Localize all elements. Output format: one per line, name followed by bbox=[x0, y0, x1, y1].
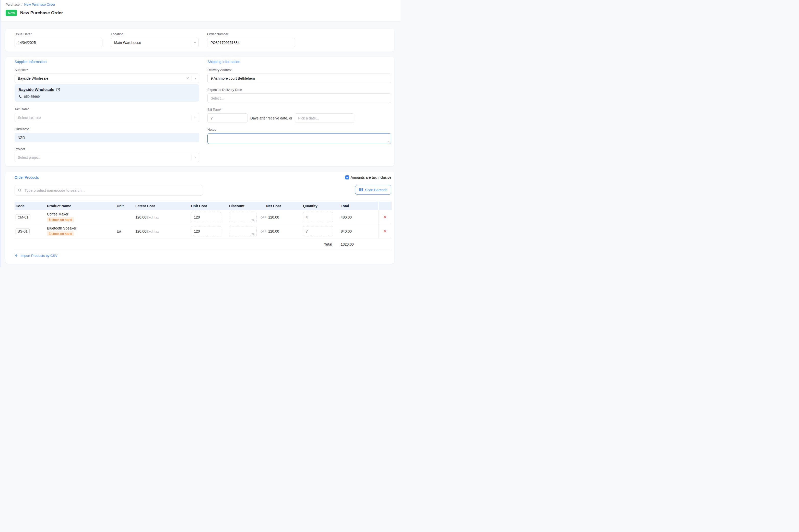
delivery-address-group: Delivery Address bbox=[207, 68, 391, 83]
project-placeholder: Select project bbox=[18, 155, 191, 159]
order-number-group: Order Number bbox=[207, 32, 295, 47]
notes-group: Notes bbox=[207, 128, 391, 145]
products-table: Code Product Name Unit Latest Cost Unit … bbox=[15, 202, 392, 250]
location-group: Location Main Warehouse bbox=[111, 32, 199, 47]
supplier-shipping-card: Supplier Information Supplier* Bayside W… bbox=[5, 57, 394, 166]
page-title: New Purchase Order bbox=[20, 11, 63, 16]
col-header-quantity: Quantity bbox=[297, 204, 335, 208]
supplier-value: Bayside Wholesale bbox=[18, 76, 184, 80]
scan-barcode-button[interactable]: Scan Barcode bbox=[355, 185, 391, 194]
percent-suffix: % bbox=[252, 232, 255, 236]
phone-icon bbox=[18, 95, 22, 98]
import-csv-link[interactable]: Import Products by CSV bbox=[15, 254, 57, 258]
tax-rate-label: Tax Rate* bbox=[15, 107, 199, 111]
shipping-column: Shipping Information Delivery Address Ex… bbox=[207, 59, 391, 162]
currency-label: Currency* bbox=[15, 127, 199, 131]
import-csv-label: Import Products by CSV bbox=[20, 254, 57, 258]
status-badge: New bbox=[6, 10, 17, 16]
chevron-down-icon[interactable] bbox=[191, 41, 199, 44]
search-icon bbox=[18, 188, 22, 192]
order-details-card: Issue Date* Location Main Warehouse Orde… bbox=[5, 28, 394, 52]
chevron-down-icon[interactable] bbox=[192, 156, 199, 159]
breadcrumb-purchase[interactable]: Purchase bbox=[6, 3, 20, 6]
bill-term-suffix: Days after receive date, or bbox=[250, 116, 293, 120]
row-total: 840.00 bbox=[335, 229, 378, 233]
col-header-actions bbox=[378, 202, 392, 210]
clear-icon[interactable]: ✕ bbox=[184, 76, 191, 81]
col-header-discount: Discount bbox=[223, 204, 259, 208]
tax-inclusive-label: Amounts are tax inclusive bbox=[351, 175, 391, 179]
currency-group: Currency* NZD bbox=[15, 127, 199, 142]
delete-row-icon[interactable]: ✕ bbox=[383, 229, 387, 233]
product-unit: Ea bbox=[116, 229, 135, 233]
external-link-icon[interactable] bbox=[56, 88, 60, 92]
col-header-code: Code bbox=[15, 204, 44, 208]
product-name: Coffee Maker bbox=[47, 212, 116, 216]
breadcrumb-current[interactable]: New Purchase Order bbox=[24, 3, 55, 6]
tax-inclusive-toggle[interactable]: Amounts are tax inclusive bbox=[345, 175, 391, 179]
supplier-select[interactable]: Bayside Wholesale ✕ bbox=[15, 74, 199, 83]
supplier-name: Bayside Wholesale bbox=[18, 87, 54, 92]
checkbox-checked-icon[interactable] bbox=[345, 175, 349, 179]
bill-term-days-input[interactable] bbox=[207, 113, 248, 123]
col-header-product-name: Product Name bbox=[44, 204, 116, 208]
product-code: CM-01 bbox=[16, 214, 31, 220]
unit-cost-input[interactable] bbox=[191, 226, 221, 236]
table-row: BS-01 Bluetooth Speaker 3 stock on hand … bbox=[15, 224, 392, 239]
currency-field: NZD bbox=[15, 133, 199, 142]
tax-rate-placeholder: Select tax rate bbox=[18, 116, 191, 120]
shipping-section-title: Shipping Information bbox=[207, 59, 391, 64]
tax-rate-select[interactable]: Select tax rate bbox=[15, 113, 199, 122]
expected-delivery-date-label: Expected Delivery Date bbox=[207, 88, 391, 92]
col-header-latest-cost: Latest Cost bbox=[135, 204, 185, 208]
supplier-info-panel: Bayside Wholesale 850 55669 bbox=[15, 84, 199, 101]
unit-cost-input[interactable] bbox=[191, 212, 221, 222]
issue-date-input[interactable] bbox=[15, 38, 103, 47]
bill-term-label: Bill Term* bbox=[207, 108, 391, 112]
supplier-profile-link[interactable]: Bayside Wholesale bbox=[18, 87, 60, 92]
tax-suffix: Excl. tax bbox=[146, 215, 159, 219]
delivery-address-input[interactable] bbox=[207, 74, 391, 83]
supplier-section-title: Supplier Information bbox=[15, 59, 199, 64]
delete-row-icon[interactable]: ✕ bbox=[383, 215, 387, 220]
location-value: Main Warehouse bbox=[114, 41, 191, 45]
bill-term-date-input[interactable] bbox=[295, 113, 354, 123]
supplier-phone-number: 850 55669 bbox=[24, 95, 40, 98]
sidebar-edge bbox=[0, 0, 1, 267]
stock-on-hand-badge: 3 stock on hand bbox=[47, 231, 74, 236]
percent-suffix: % bbox=[252, 218, 255, 222]
off-label: OFF bbox=[261, 216, 266, 219]
upload-icon bbox=[15, 254, 18, 258]
issue-date-label: Issue Date* bbox=[15, 32, 103, 36]
products-section-title: Order Products bbox=[15, 175, 39, 180]
latest-cost: 120.00Excl. tax bbox=[135, 215, 185, 219]
breadcrumb: Purchase / New Purchase Order bbox=[6, 2, 394, 6]
order-products-card: Order Products Amounts are tax inclusive… bbox=[5, 172, 394, 264]
project-group: Project Select project bbox=[15, 147, 199, 162]
net-cost: OFF120.00 bbox=[259, 229, 297, 233]
table-row: CM-01 Coffee Maker 6 stock on hand 120.0… bbox=[15, 210, 392, 224]
notes-textarea[interactable] bbox=[207, 133, 391, 144]
chevron-down-icon[interactable] bbox=[192, 77, 199, 80]
location-select[interactable]: Main Warehouse bbox=[111, 38, 199, 47]
product-search-input[interactable] bbox=[15, 185, 203, 195]
supplier-group: Supplier* Bayside Wholesale ✕ bbox=[15, 68, 199, 83]
expected-delivery-date-input[interactable] bbox=[207, 93, 391, 103]
col-header-total: Total bbox=[335, 204, 378, 208]
col-header-net-cost: Net Cost bbox=[259, 204, 297, 208]
latest-cost: 120.00Excl. tax bbox=[135, 229, 185, 233]
order-number-label: Order Number bbox=[207, 32, 295, 36]
product-name: Bluetooth Speaker bbox=[47, 226, 116, 230]
delivery-address-label: Delivery Address bbox=[207, 68, 391, 72]
location-label: Location bbox=[111, 32, 199, 36]
table-header-row: Code Product Name Unit Latest Cost Unit … bbox=[15, 202, 392, 210]
quantity-input[interactable] bbox=[303, 212, 333, 222]
project-select[interactable]: Select project bbox=[15, 153, 199, 162]
barcode-icon bbox=[359, 188, 363, 192]
row-total: 480.00 bbox=[335, 215, 378, 219]
order-number-input[interactable] bbox=[207, 38, 295, 47]
product-code: BS-01 bbox=[16, 228, 30, 234]
bill-term-group: Bill Term* Days after receive date, or bbox=[207, 108, 391, 123]
quantity-input[interactable] bbox=[303, 226, 333, 236]
chevron-down-icon[interactable] bbox=[192, 116, 199, 119]
